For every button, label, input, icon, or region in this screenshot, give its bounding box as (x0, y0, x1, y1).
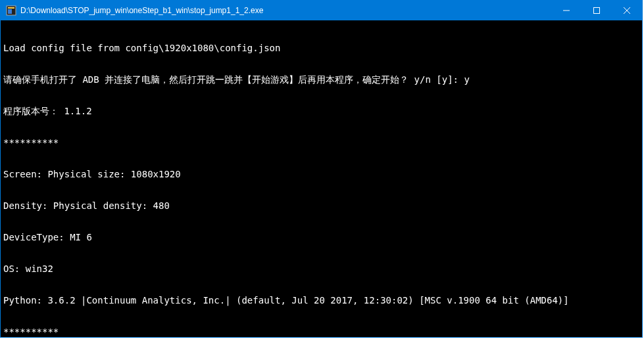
window-controls (551, 1, 642, 20)
terminal-line: 程序版本号： 1.1.2 (3, 106, 639, 116)
terminal-line: ********** (3, 137, 639, 148)
terminal-line: Screen: Physical size: 1080x1920 (3, 169, 639, 179)
minimize-button[interactable] (551, 1, 582, 20)
terminal-line: 请确保手机打开了 ADB 并连接了电脑，然后打开跳一跳并【开始游戏】后再用本程序… (3, 74, 639, 85)
svg-rect-4 (594, 8, 600, 14)
title-bar[interactable]: D:\Download\STOP_jump_win\oneStep_b1_win… (1, 1, 642, 20)
app-window: D:\Download\STOP_jump_win\oneStep_b1_win… (0, 0, 643, 338)
terminal-line: Load config file from config\1920x1080\c… (3, 43, 639, 53)
terminal-output[interactable]: Load config file from config\1920x1080\c… (1, 20, 642, 337)
svg-rect-2 (8, 9, 12, 14)
terminal-line: DeviceType: MI 6 (3, 232, 639, 242)
terminal-line: ********** (3, 327, 639, 337)
maximize-button[interactable] (582, 1, 612, 20)
terminal-line: Python: 3.6.2 |Continuum Analytics, Inc.… (3, 295, 639, 306)
svg-rect-1 (8, 7, 14, 9)
terminal-line: OS: win32 (3, 263, 639, 274)
window-title: D:\Download\STOP_jump_win\oneStep_b1_win… (20, 6, 551, 15)
exe-icon (6, 5, 16, 16)
terminal-line: Density: Physical density: 480 (3, 200, 639, 211)
close-button[interactable] (612, 1, 642, 20)
